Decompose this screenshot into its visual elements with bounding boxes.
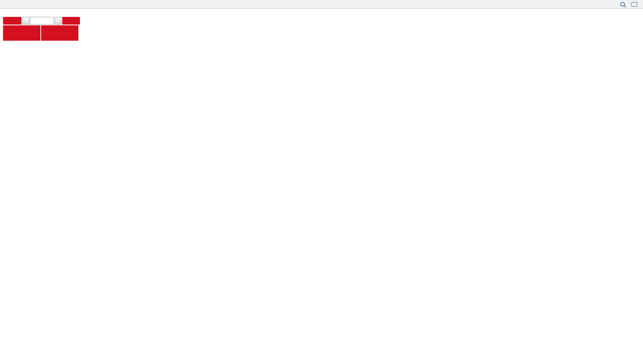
search-icon[interactable] xyxy=(620,2,625,7)
price-chart[interactable] xyxy=(0,0,643,364)
buy-button[interactable] xyxy=(62,17,80,25)
volume-input[interactable] xyxy=(30,17,54,25)
chart-title xyxy=(3,10,8,15)
chat-icon[interactable] xyxy=(631,2,638,7)
top-toolbar xyxy=(0,0,643,9)
mt4-terminal: { "toolbar": { "new_order_label": "新订单",… xyxy=(0,0,643,364)
one-click-trading-panel xyxy=(3,17,80,41)
sell-button[interactable] xyxy=(3,17,22,25)
bid-quote[interactable] xyxy=(3,25,40,41)
ask-quote[interactable] xyxy=(41,25,78,41)
volume-decrease-button[interactable] xyxy=(22,17,29,25)
volume-increase-button[interactable] xyxy=(55,17,61,25)
